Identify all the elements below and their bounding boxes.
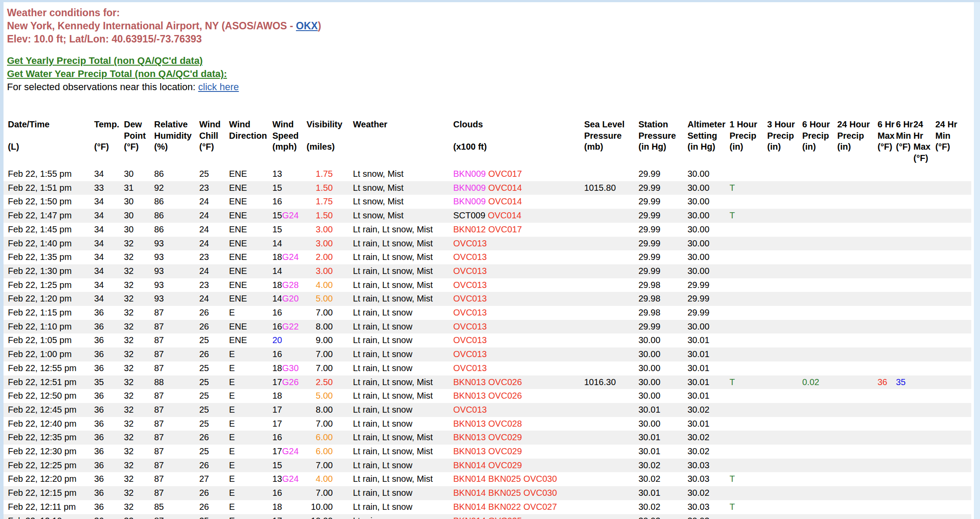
wind-speed-value: 18 xyxy=(272,502,282,512)
max-temp-value: 36 xyxy=(878,377,887,387)
col-header-vis: Visibility (miles) xyxy=(307,119,333,167)
water-year-precip-link[interactable]: Get Water Year Precip Total (non QA/QC'd… xyxy=(7,68,227,79)
cell-dew: 32 xyxy=(124,514,154,519)
cell-vis: 8.00 xyxy=(307,320,333,334)
cell-p24 xyxy=(837,250,878,264)
cell-p24 xyxy=(837,320,878,334)
cell-min24 xyxy=(935,250,971,264)
cell-dir: E xyxy=(229,486,272,500)
cell-chill: 24 xyxy=(199,292,229,306)
cell-p6 xyxy=(802,459,837,473)
cell-vis: 4.00 xyxy=(307,472,333,486)
cloud-layer-value: BKN013 xyxy=(453,419,486,428)
wind-speed-value: 15 xyxy=(272,183,282,193)
cloud-layer-value: OVC028 xyxy=(488,419,522,428)
cell-max6 xyxy=(878,486,896,500)
cell-wind: 14 xyxy=(272,264,307,278)
cell-p1 xyxy=(730,459,767,473)
cell-rh: 86 xyxy=(154,167,199,181)
cell-p1 xyxy=(730,264,767,278)
cell-p24 xyxy=(837,361,878,375)
cell-max6 xyxy=(878,292,896,306)
cloud-layer-value: OVC013 xyxy=(453,335,487,345)
visibility-value: 9.00 xyxy=(316,335,333,345)
station-name: New York, Kennedy International Airport,… xyxy=(7,20,296,32)
cell-p6: 0.02 xyxy=(802,375,837,389)
cell-slp xyxy=(582,403,634,417)
cell-date: Feb 22, 1:25 pm xyxy=(4,278,94,292)
wind-speed-value: 17 xyxy=(272,419,282,428)
cell-max6 xyxy=(878,167,896,181)
cell-p6 xyxy=(802,292,837,306)
col-header-max24: 24 Hr Max (°F) xyxy=(913,119,935,167)
cell-dew: 32 xyxy=(124,278,154,292)
cell-dir: ENE xyxy=(229,264,272,278)
cell-date: Feb 22, 1:30 pm xyxy=(4,264,94,278)
cell-vis: 3.00 xyxy=(307,223,333,237)
cell-p3 xyxy=(767,389,802,403)
page-header: Weather conditions for: New York, Kenned… xyxy=(4,6,980,46)
cloud-layer-value: OVC029 xyxy=(488,460,522,470)
cell-p1 xyxy=(730,333,767,347)
observation-row: Feb 22, 12:20 pm36328727E13G244.00Lt rai… xyxy=(4,472,971,486)
observation-row: Feb 22, 12:51 pm35328825E17G262.50Lt rai… xyxy=(4,375,971,389)
cell-slp xyxy=(582,500,634,514)
cell-min24 xyxy=(935,181,971,195)
precip-value: T xyxy=(730,377,735,387)
cloud-layer-value: SCT009 xyxy=(453,210,485,220)
cell-wx: Lt rain, Lt snow, Mist xyxy=(333,278,453,292)
links-block: Get Yearly Precip Total (non QA/QC'd dat… xyxy=(4,54,980,94)
cell-p1 xyxy=(730,223,767,237)
cell-dir: E xyxy=(229,347,272,361)
cell-min24 xyxy=(935,486,971,500)
cell-alt: 30.03 xyxy=(687,459,730,473)
yearly-precip-link[interactable]: Get Yearly Precip Total (non QA/QC'd dat… xyxy=(7,55,203,66)
cell-max6 xyxy=(878,237,896,251)
cell-max6 xyxy=(878,181,896,195)
cell-p6 xyxy=(802,333,837,347)
cell-clouds: OVC013 xyxy=(453,361,582,375)
col-header-rh: Relative Humidity (%) xyxy=(154,119,199,167)
cell-rh: 93 xyxy=(154,264,199,278)
cell-slp xyxy=(582,237,634,251)
click-here-link[interactable]: click here xyxy=(198,81,239,92)
cell-max6 xyxy=(878,514,896,519)
cell-dir: ENE xyxy=(229,333,272,347)
cell-p6 xyxy=(802,278,837,292)
cell-dir: E xyxy=(229,431,272,445)
cell-max24 xyxy=(913,167,935,181)
cell-p24 xyxy=(837,472,878,486)
observation-row: Feb 22, 12:30 pm36328725E17G246.00Lt rai… xyxy=(4,445,971,459)
cell-chill: 25 xyxy=(199,333,229,347)
observation-row: Feb 22, 1:30 pm34329324ENE143.00Lt rain,… xyxy=(4,264,971,278)
cell-p1 xyxy=(730,486,767,500)
cell-date: Feb 22, 12:45 pm xyxy=(4,403,94,417)
observation-row: Feb 22, 1:55 pm34308625ENE131.75Lt snow,… xyxy=(4,167,971,181)
cell-stp: 30.01 xyxy=(634,445,687,459)
cell-stp: 29.98 xyxy=(634,306,687,320)
cell-stp: 30.01 xyxy=(634,403,687,417)
cell-max24 xyxy=(913,417,935,431)
precip-value: T xyxy=(730,183,735,193)
cell-min24 xyxy=(935,375,971,389)
visibility-value: 7.00 xyxy=(316,488,333,498)
cell-temp: 36 xyxy=(94,333,124,347)
cell-p6 xyxy=(802,209,837,223)
cell-rh: 87 xyxy=(154,417,199,431)
cell-p3 xyxy=(767,459,802,473)
cell-dew: 32 xyxy=(124,445,154,459)
cell-vis: 7.00 xyxy=(307,486,333,500)
observation-row: Feb 22, 1:35 pm34329323ENE18G242.00Lt ra… xyxy=(4,250,971,264)
visibility-value: 7.00 xyxy=(316,308,333,317)
cell-p6 xyxy=(802,431,837,445)
visibility-value: 4.00 xyxy=(316,474,333,484)
cell-max24 xyxy=(913,375,935,389)
cell-min6 xyxy=(896,445,913,459)
cell-rh: 87 xyxy=(154,445,199,459)
page-frame: Weather conditions for: New York, Kenned… xyxy=(0,0,980,519)
cell-alt: 30.03 xyxy=(687,500,730,514)
visibility-value: 7.00 xyxy=(316,460,333,470)
cell-alt: 30.01 xyxy=(687,347,730,361)
cell-slp xyxy=(582,306,634,320)
okx-link[interactable]: OKX xyxy=(296,20,318,32)
